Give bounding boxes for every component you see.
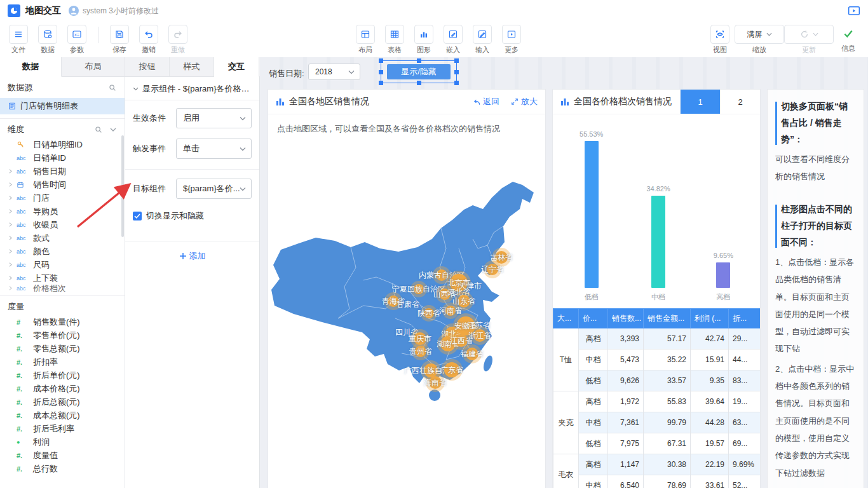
undo-button[interactable]: 撤销	[134, 22, 163, 55]
table-cell: 19...	[729, 391, 761, 412]
chevron-right-icon[interactable]	[8, 235, 17, 241]
table-button[interactable]: 表格	[380, 22, 409, 55]
map-province-label[interactable]: 陕西省	[417, 308, 440, 319]
target-widget-select[interactable]: ${param}各价...	[176, 179, 252, 199]
datasource-item[interactable]: 门店销售明细表	[0, 98, 125, 114]
measure-item[interactable]: ●利润	[0, 435, 125, 449]
collapse-chevron-icon[interactable]	[133, 86, 139, 92]
measure-item[interactable]: #.折后毛利率	[0, 422, 125, 435]
china-map[interactable]: 吉林省辽宁省内蒙古自治区北京市天津市宁夏回族自治区山西省河北省青海省甘肃省山东省…	[268, 90, 545, 488]
map-province-label[interactable]: 贵州省	[409, 346, 432, 357]
sale-date-select[interactable]: 2018	[308, 64, 360, 80]
update-button[interactable]: 更新	[784, 22, 834, 55]
chart-page-tab-2[interactable]: 2	[720, 90, 760, 114]
bar[interactable]	[716, 262, 730, 288]
input-button[interactable]: 输入	[468, 22, 497, 55]
measure-item[interactable]: #.成本价格(元)	[0, 382, 125, 395]
map-province-label[interactable]: 重庆市	[409, 334, 431, 344]
measure-item[interactable]: #销售数量(件)	[0, 315, 125, 329]
chevron-right-icon[interactable]	[8, 248, 17, 254]
dimension-item[interactable]: abc价格档次	[0, 285, 125, 292]
chevron-right-icon[interactable]	[8, 208, 17, 214]
file-button[interactable]: 文件	[4, 22, 33, 55]
parameter-button[interactable]: x= 参数	[62, 22, 92, 55]
dimension-item[interactable]: abc尺码	[0, 258, 125, 271]
chevron-right-icon[interactable]	[8, 285, 17, 291]
measure-item[interactable]: #.度量值	[0, 449, 125, 462]
tab-interaction[interactable]: 交互	[214, 57, 259, 77]
table-row[interactable]: 夹克高档1,97255.8339.6419...	[553, 391, 761, 412]
chevron-down-icon	[348, 70, 355, 74]
chevron-right-icon[interactable]	[8, 262, 17, 268]
measure-item[interactable]: #.零售总额(元)	[0, 342, 125, 355]
dimension-item[interactable]: abc上下装	[0, 271, 125, 285]
chevron-right-icon[interactable]	[8, 195, 17, 201]
more-button[interactable]: 更多	[497, 22, 526, 55]
tab-data[interactable]: 数据	[0, 57, 62, 77]
map-province-label[interactable]: 广东省	[440, 365, 463, 376]
search-icon[interactable]	[108, 83, 117, 92]
layout-button[interactable]: 布局	[351, 22, 380, 55]
table-row[interactable]: 毛衣高档1,14730.3822.199.69%	[553, 454, 761, 475]
dimension-item[interactable]: abc款式	[0, 231, 125, 245]
preview-icon[interactable]	[848, 6, 860, 17]
zoom-select[interactable]: 满屏 缩放	[735, 22, 784, 55]
view-button[interactable]: 视图	[705, 22, 735, 55]
map-province-label[interactable]: 吉林省	[490, 252, 513, 263]
table-row[interactable]: 中档6,54078.6933.6152...	[553, 475, 761, 488]
chevron-right-icon[interactable]	[8, 168, 17, 174]
abc-icon: abc	[17, 195, 33, 201]
info-button[interactable]: 信息	[834, 22, 863, 53]
measure-item[interactable]: #.折后单价(元)	[0, 369, 125, 382]
data-button[interactable]: 数据	[33, 22, 62, 55]
chevron-right-icon[interactable]	[8, 182, 17, 187]
scrollbar[interactable]	[121, 135, 124, 237]
measure-item[interactable]: #.折扣率	[0, 355, 125, 369]
add-interaction-button[interactable]: 添加	[125, 241, 259, 271]
table-row[interactable]: 中档5,47335.2215.9144...	[553, 349, 761, 370]
dimension-item[interactable]: abc颜色	[0, 245, 125, 258]
map-province-label[interactable]: 福建省	[461, 349, 484, 360]
dimension-item[interactable]: 销售时间	[0, 178, 125, 191]
dimension-item[interactable]: abc门店	[0, 191, 125, 205]
map-province-label[interactable]: 海南省	[424, 377, 447, 388]
map-province-label[interactable]: 江西省	[450, 336, 473, 346]
measure-item[interactable]: #.成本总额(元)	[0, 409, 125, 422]
dimension-item[interactable]: abc导购员	[0, 205, 125, 218]
tab-button[interactable]: 按钮	[125, 57, 170, 76]
dimension-item[interactable]: abc销售日期	[0, 165, 125, 178]
map-province-label[interactable]: 辽宁省	[481, 264, 504, 275]
chart-page-tab-1[interactable]: 1	[680, 90, 720, 114]
bar[interactable]	[585, 141, 599, 288]
table-row[interactable]: 中档7,36199.7944.2863...	[553, 412, 761, 433]
redo-button[interactable]: 重做	[163, 22, 193, 55]
chevron-right-icon[interactable]	[8, 222, 17, 227]
search-icon[interactable]	[94, 125, 103, 134]
selection-frame[interactable]: 显示/隐藏	[381, 60, 457, 83]
measure-item[interactable]: #.折后总额(元)	[0, 395, 125, 409]
enable-condition-select[interactable]: 启用	[176, 108, 252, 128]
input-icon	[473, 25, 492, 44]
map-province-label[interactable]: 甘肃省	[397, 299, 419, 310]
chart-button[interactable]: 图形	[409, 22, 438, 55]
table-row[interactable]: 低档9,62633.579.3583...	[553, 370, 761, 391]
measure-item[interactable]: #.零售单价(元)	[0, 329, 125, 342]
tab-style[interactable]: 样式	[170, 57, 214, 76]
bar[interactable]	[651, 196, 665, 288]
toggle-show-hide-checkbox[interactable]	[133, 212, 142, 220]
chevron-down-icon[interactable]	[109, 125, 117, 134]
dimension-item[interactable]: abc收银员	[0, 218, 125, 231]
embed-button[interactable]: 嵌入	[438, 22, 468, 55]
table-row[interactable]: T恤高档3,39357.1742.7429...	[553, 329, 761, 349]
dimension-item[interactable]: 日销单明细ID	[0, 138, 125, 151]
trigger-event-select[interactable]: 单击	[176, 139, 252, 159]
chevron-right-icon[interactable]	[8, 275, 17, 281]
map-province-label[interactable]: 河南省	[439, 306, 462, 316]
dimension-item[interactable]: abc日销单ID	[0, 151, 125, 165]
tab-layout[interactable]: 布局	[62, 57, 125, 76]
bar-column-1: 55.53%低档	[580, 130, 603, 302]
measure-item[interactable]: #.总行数	[0, 462, 125, 475]
save-button[interactable]: 保存	[105, 22, 134, 55]
table-row[interactable]: 低档7,97567.3119.5769...	[553, 433, 761, 454]
show-hide-button[interactable]: 显示/隐藏	[387, 64, 451, 79]
